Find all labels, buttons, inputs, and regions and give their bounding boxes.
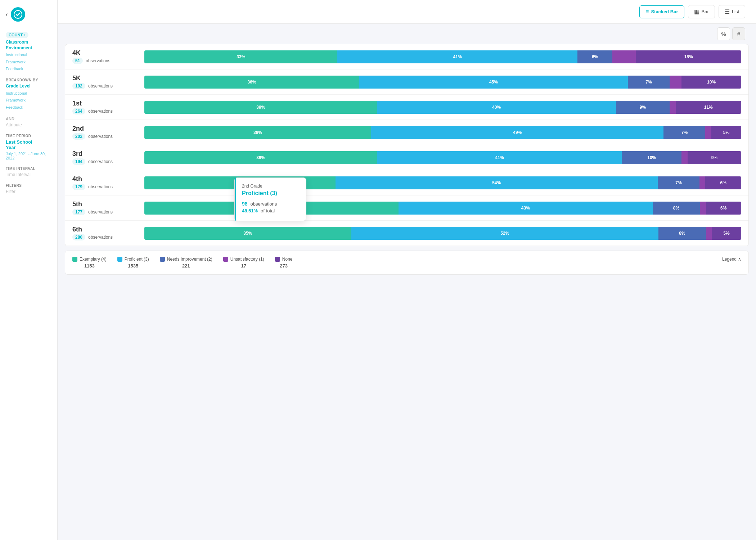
measure-sublink-1[interactable]: Instructional bbox=[6, 52, 51, 58]
stacked-bar-icon: ≡ bbox=[645, 9, 649, 15]
legend-toggle[interactable]: Legend ∧ bbox=[722, 257, 741, 262]
grade-label: 5th bbox=[72, 201, 144, 208]
bar-segment[interactable]: 10% bbox=[681, 76, 741, 89]
legend-label: Legend bbox=[722, 257, 737, 262]
measure-sublink-2[interactable]: Framework bbox=[6, 59, 51, 65]
row-label-area: 3rd194observations bbox=[72, 150, 144, 165]
app-logo bbox=[11, 7, 25, 22]
obs-area: 192observations bbox=[72, 83, 144, 89]
bar-segment[interactable]: 5% bbox=[712, 227, 741, 240]
tooltip-title: Proficient (3) bbox=[242, 190, 299, 197]
legend-dot bbox=[72, 257, 77, 262]
count-tag[interactable]: COUNT › bbox=[6, 32, 28, 38]
bar-segment[interactable]: 7% bbox=[663, 126, 705, 139]
bar-segment[interactable]: 7% bbox=[658, 176, 699, 189]
legend-dot bbox=[160, 257, 165, 262]
time-interval-value[interactable]: Time Interval bbox=[6, 172, 51, 177]
bar-segment[interactable]: 9% bbox=[616, 101, 670, 114]
legend-area: Exemplary (4)1153Proficient (3)1535Needs… bbox=[65, 251, 749, 275]
row-label-area: 2nd202observations bbox=[72, 125, 144, 140]
bar-segment[interactable]: 39% bbox=[144, 101, 377, 114]
back-arrow[interactable]: ‹ bbox=[6, 11, 8, 18]
bar-segment[interactable] bbox=[670, 76, 681, 89]
grade-label: 2nd bbox=[72, 125, 144, 132]
count-section: COUNT › Classroom Environment Instructio… bbox=[6, 32, 51, 72]
attribute-label[interactable]: Attribute bbox=[6, 122, 51, 127]
bar-area: 39%40%9%11% bbox=[144, 101, 741, 114]
bar-segment[interactable]: 6% bbox=[705, 176, 741, 189]
grade-label: 3rd bbox=[72, 150, 144, 158]
bar-segment[interactable]: 18% bbox=[636, 50, 741, 63]
bar-segment[interactable]: 41% bbox=[377, 151, 622, 164]
time-period-label: TIME PERIOD bbox=[6, 134, 51, 138]
bar-segment[interactable]: 41% bbox=[337, 50, 577, 63]
tooltip-border bbox=[235, 178, 236, 221]
chart-row: 5th177observations43%43%8%6% bbox=[65, 195, 748, 221]
bar-segment[interactable] bbox=[612, 50, 636, 63]
filter-value[interactable]: Filter bbox=[6, 189, 51, 194]
content-area: 4K51observations33%41%6%18%5K192observat… bbox=[58, 40, 756, 540]
legend-dot-row: Needs Improvement (2) bbox=[160, 257, 212, 262]
bar-segment[interactable] bbox=[670, 101, 676, 114]
bar-segment[interactable] bbox=[706, 227, 712, 240]
bar-segment[interactable] bbox=[699, 176, 706, 189]
bar-segment[interactable]: 5% bbox=[711, 126, 741, 139]
row-label-area: 1st264observations bbox=[72, 100, 144, 114]
breakdown-value[interactable]: Grade Level bbox=[6, 84, 51, 89]
tooltip-pct: 48.51% bbox=[242, 208, 258, 213]
bar-segment[interactable]: 6% bbox=[706, 202, 741, 215]
bar-segment[interactable]: 8% bbox=[653, 202, 700, 215]
breakdown-sub-2[interactable]: Framework bbox=[6, 98, 51, 103]
list-label: List bbox=[732, 9, 739, 14]
bar-segment[interactable]: 43% bbox=[399, 202, 653, 215]
list-button[interactable]: ☰ List bbox=[719, 5, 745, 18]
bar-segment[interactable]: 7% bbox=[628, 76, 670, 89]
time-period-value[interactable]: Last SchoolYear bbox=[6, 139, 51, 150]
time-period-date: July 1, 2021 - June 30, 2022 bbox=[6, 152, 51, 160]
bar-segment[interactable]: 33% bbox=[144, 50, 337, 63]
grade-label: 4th bbox=[72, 175, 144, 183]
bar-segment[interactable] bbox=[681, 151, 688, 164]
bar-segment[interactable]: 9% bbox=[688, 151, 741, 164]
measure-link[interactable]: Classroom Environment bbox=[6, 40, 51, 51]
bar-segment[interactable]: 49% bbox=[371, 126, 663, 139]
bar-segment[interactable]: 6% bbox=[577, 50, 613, 63]
hash-button[interactable]: # bbox=[732, 27, 745, 40]
obs-label: observations bbox=[88, 235, 113, 240]
bar-segment[interactable]: 38% bbox=[144, 126, 371, 139]
obs-label: observations bbox=[88, 134, 113, 139]
sidebar: ‹ COUNT › Classroom Environment Instruct… bbox=[0, 0, 58, 540]
bar-segment[interactable] bbox=[705, 126, 711, 139]
bar-segment[interactable]: 8% bbox=[658, 227, 706, 240]
breakdown-sub-3[interactable]: Feedback bbox=[6, 105, 51, 110]
stacked-bar-button[interactable]: ≡ Stacked Bar bbox=[639, 5, 684, 18]
legend-wrapper: Legend ∧ bbox=[722, 257, 741, 265]
and-section: AND Attribute bbox=[6, 117, 51, 127]
chart-row: 1st264observations39%40%9%11% bbox=[65, 95, 748, 120]
legend-dot-row: Unsatisfactory (1) bbox=[223, 257, 264, 262]
bar-segment[interactable]: 35% bbox=[144, 227, 351, 240]
count-label: COUNT bbox=[9, 33, 23, 37]
bar-segment[interactable]: 45% bbox=[359, 76, 628, 89]
bar-segment[interactable]: 52% bbox=[351, 227, 659, 240]
bar-segment[interactable]: 10% bbox=[622, 151, 681, 164]
legend-name: None bbox=[282, 257, 293, 262]
obs-label: observations bbox=[86, 58, 110, 63]
chart-row: 2nd202observations38%49%7%5% bbox=[65, 120, 748, 145]
bar-segment[interactable]: 54% bbox=[336, 176, 658, 189]
bar-button[interactable]: ▦ Bar bbox=[688, 5, 715, 18]
breakdown-sub-1[interactable]: Instructional bbox=[6, 91, 51, 96]
bar-segment[interactable] bbox=[700, 202, 706, 215]
bar-segment[interactable]: 36% bbox=[144, 76, 359, 89]
row-label-area: 4th179observations bbox=[72, 175, 144, 190]
bar-segment[interactable]: 40% bbox=[377, 101, 616, 114]
tooltip-obs-label: observations bbox=[251, 201, 277, 207]
time-interval-label: TIME INTERVAL bbox=[6, 167, 51, 171]
bar-segment[interactable]: 39% bbox=[144, 151, 377, 164]
legend-item: Exemplary (4)1153 bbox=[72, 257, 107, 269]
bar-segment[interactable]: 11% bbox=[676, 101, 741, 114]
percent-label: % bbox=[721, 31, 726, 37]
percent-button[interactable]: % bbox=[717, 27, 730, 40]
legend-item: Needs Improvement (2)221 bbox=[160, 257, 212, 269]
measure-sublink-3[interactable]: Feedback bbox=[6, 66, 51, 72]
